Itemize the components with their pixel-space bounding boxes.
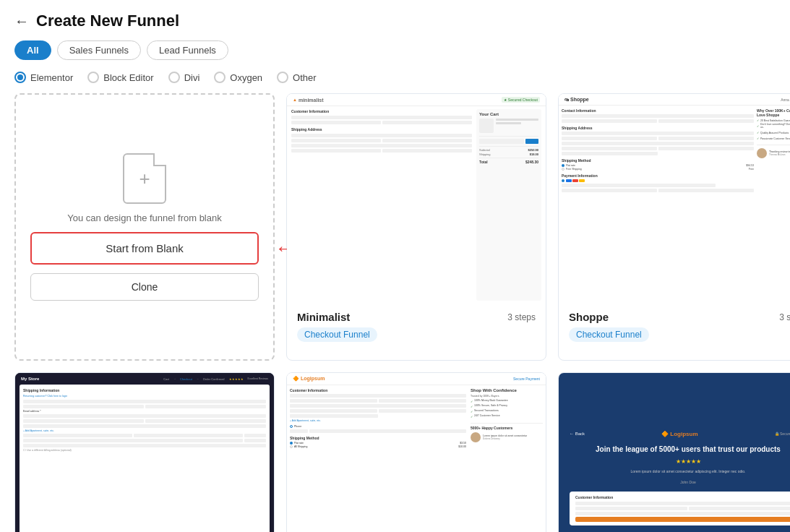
radio-label-other: Other	[293, 72, 317, 83]
radio-circle-elementor	[14, 72, 26, 83]
minimalist-preview: minimalist ★ Secured Checkout Customer I…	[287, 94, 546, 304]
header: ← Create New Funnel	[0, 0, 790, 36]
radio-label-divi: Divi	[184, 72, 200, 83]
tab-sales-funnels[interactable]: Sales Funnels	[57, 40, 141, 60]
radio-group: Elementor Block Editor Divi Oxygen Other	[0, 67, 790, 93]
template-card-logipsum[interactable]: 🔶 Logipsum Secure Payment Customer Infor…	[286, 372, 546, 532]
clone-button[interactable]: Clone	[30, 273, 259, 301]
radio-label-block-editor: Block Editor	[103, 72, 153, 83]
shoppe-tag: Checkout Funnel	[569, 327, 649, 342]
page-title: Create New Funnel	[36, 12, 179, 30]
radio-label-elementor: Elementor	[30, 72, 73, 83]
radio-elementor[interactable]: Elementor	[14, 72, 73, 83]
radio-label-oxygen: Oxygen	[230, 72, 262, 83]
minimalist-steps: 3 steps	[507, 312, 536, 322]
minimalist-name: Minimalist	[297, 311, 350, 323]
radio-other[interactable]: Other	[277, 72, 317, 83]
start-from-blank-button[interactable]: Start from Blank	[30, 232, 259, 265]
template-card-shoppe[interactable]: Shoppe Anna Roy 1 $84.00 Contact Informa…	[558, 93, 790, 361]
radio-circle-block-editor	[87, 72, 99, 83]
radio-divi[interactable]: Divi	[168, 72, 200, 83]
tab-lead-funnels[interactable]: Lead Funnels	[147, 40, 228, 60]
template-card-minimalist[interactable]: minimalist ★ Secured Checkout Customer I…	[286, 93, 546, 361]
logipsum-blue-preview: ← Back 🔶 Logipsum 🔒 Secure Payment Join …	[559, 373, 790, 532]
blank-file-icon: +	[123, 153, 166, 204]
content-grid: + You can design the funnel from blank S…	[0, 93, 790, 532]
radio-block-editor[interactable]: Block Editor	[87, 72, 153, 83]
shoppe-name: Shoppe	[569, 311, 609, 323]
shoppe-info: Shoppe 3 steps Checkout Funnel	[559, 304, 790, 349]
radio-circle-divi	[168, 72, 180, 83]
shoppe-steps: 3 steps	[779, 312, 790, 322]
template-card-mystore[interactable]: My Store Cart → Checkout → Order Confirm…	[14, 372, 275, 532]
radio-circle-oxygen	[214, 72, 226, 83]
shoppe-preview: Shoppe Anna Roy 1 $84.00 Contact Informa…	[559, 94, 790, 304]
minimalist-tag: Checkout Funnel	[297, 327, 377, 342]
blank-card: + You can design the funnel from blank S…	[14, 93, 275, 361]
tab-all[interactable]: All	[14, 40, 51, 60]
template-card-logipsum-blue[interactable]: ← Back 🔶 Logipsum 🔒 Secure Payment Join …	[558, 372, 790, 532]
radio-oxygen[interactable]: Oxygen	[214, 72, 262, 83]
mystore-preview: My Store Cart → Checkout → Order Confirm…	[15, 373, 274, 532]
radio-circle-other	[277, 72, 288, 83]
minimalist-info: Minimalist 3 steps Checkout Funnel	[287, 304, 546, 349]
logipsum-preview: 🔶 Logipsum Secure Payment Customer Infor…	[287, 373, 546, 532]
blank-description: You can design the funnel from blank	[67, 213, 221, 223]
blue-form: Customer Information	[570, 492, 790, 525]
filter-tabs: All Sales Funnels Lead Funnels	[0, 36, 790, 67]
back-button[interactable]: ←	[14, 13, 29, 30]
